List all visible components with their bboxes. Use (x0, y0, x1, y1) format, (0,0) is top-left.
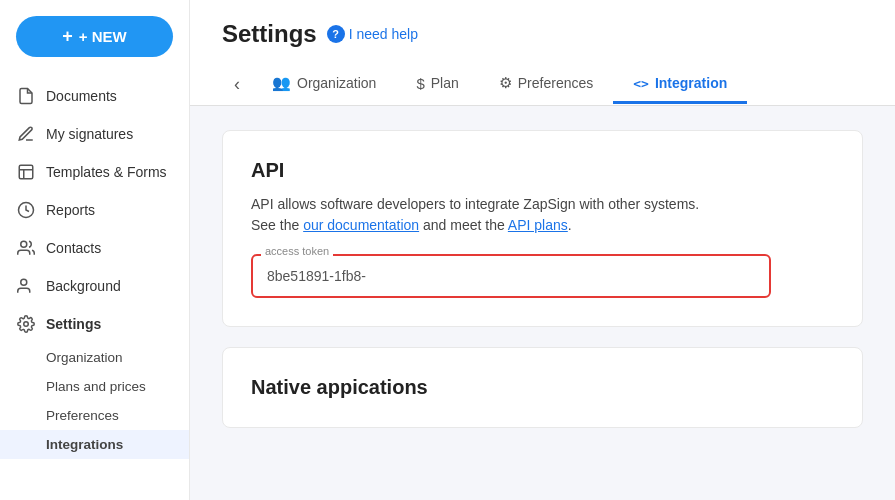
access-token-field-wrapper: access token (251, 254, 771, 298)
sidebar-sub-item-preferences[interactable]: Preferences (0, 401, 189, 430)
sidebar-item-settings[interactable]: Settings (0, 305, 189, 343)
preferences-tab-icon: ⚙ (499, 74, 512, 92)
native-apps-card: Native appications (222, 347, 863, 428)
tab-label: Organization (297, 75, 376, 91)
main-content: Settings ? I need help ‹ 👥 Organization … (190, 0, 895, 500)
sidebar-item-contacts[interactable]: Contacts (0, 229, 189, 267)
new-button-label: + NEW (79, 28, 127, 45)
sidebar-sub-item-integrations[interactable]: Integrations (0, 430, 189, 459)
svg-point-6 (24, 322, 29, 327)
sidebar-sub-item-organization[interactable]: Organization (0, 343, 189, 372)
api-card: API API allows software developers to in… (222, 130, 863, 327)
plus-icon: + (62, 26, 73, 47)
sidebar-item-my-signatures[interactable]: My signatures (0, 115, 189, 153)
tab-label: Preferences (518, 75, 593, 91)
tabs-bar: ‹ 👥 Organization $ Plan ⚙ Preferences <>… (222, 64, 863, 105)
tab-label: Plan (431, 75, 459, 91)
sidebar-item-label: Settings (46, 316, 101, 332)
plan-tab-icon: $ (416, 75, 424, 92)
sidebar-item-label: Documents (46, 88, 117, 104)
svg-point-4 (21, 241, 27, 247)
doc-link[interactable]: our documentation (303, 217, 419, 233)
svg-point-5 (21, 279, 27, 285)
api-description: API allows software developers to integr… (251, 194, 834, 236)
sidebar-sub-item-plans-prices[interactable]: Plans and prices (0, 372, 189, 401)
tab-label: Integration (655, 75, 727, 91)
help-link-text: I need help (349, 26, 418, 42)
tab-preferences[interactable]: ⚙ Preferences (479, 64, 613, 105)
access-token-label: access token (261, 245, 333, 257)
sidebar-item-label: Background (46, 278, 121, 294)
access-token-input[interactable] (251, 254, 771, 298)
sidebar-item-label: Templates & Forms (46, 164, 167, 180)
organization-tab-icon: 👥 (272, 74, 291, 92)
sidebar-item-reports[interactable]: Reports (0, 191, 189, 229)
svg-rect-0 (19, 165, 33, 179)
sidebar-item-templates-forms[interactable]: Templates & Forms (0, 153, 189, 191)
content-area: API API allows software developers to in… (190, 106, 895, 500)
sidebar-item-documents[interactable]: Documents (0, 77, 189, 115)
tab-integration[interactable]: <> Integration (613, 65, 747, 104)
main-header: Settings ? I need help ‹ 👥 Organization … (190, 0, 895, 106)
reports-icon (16, 200, 36, 220)
title-row: Settings ? I need help (222, 20, 863, 48)
api-plans-link[interactable]: API plans (508, 217, 568, 233)
template-icon (16, 162, 36, 182)
help-link[interactable]: ? I need help (327, 25, 418, 43)
integration-tab-icon: <> (633, 76, 649, 91)
help-icon: ? (327, 25, 345, 43)
tab-plan[interactable]: $ Plan (396, 65, 478, 105)
sidebar: + + NEW Documents My signatures Template… (0, 0, 190, 500)
background-icon (16, 276, 36, 296)
tab-organization[interactable]: 👥 Organization (252, 64, 396, 105)
signature-icon (16, 124, 36, 144)
api-section-title: API (251, 159, 834, 182)
new-button[interactable]: + + NEW (16, 16, 173, 57)
tab-back-button[interactable]: ‹ (222, 66, 252, 103)
native-apps-title: Native appications (251, 376, 834, 399)
settings-icon (16, 314, 36, 334)
page-title: Settings (222, 20, 317, 48)
sidebar-item-label: Contacts (46, 240, 101, 256)
sidebar-item-label: My signatures (46, 126, 133, 142)
doc-icon (16, 86, 36, 106)
sidebar-item-background[interactable]: Background (0, 267, 189, 305)
contacts-icon (16, 238, 36, 258)
sidebar-item-label: Reports (46, 202, 95, 218)
settings-submenu: Organization Plans and prices Preference… (0, 343, 189, 459)
